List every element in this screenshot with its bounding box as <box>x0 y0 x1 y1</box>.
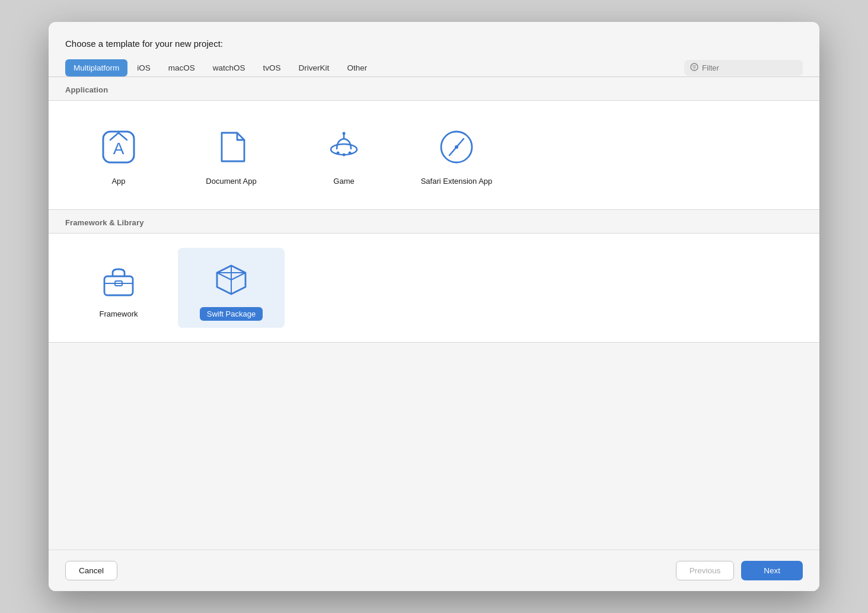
new-project-dialog: Choose a template for your new project: … <box>49 22 819 591</box>
tab-macos[interactable]: macOS <box>160 59 203 76</box>
svg-point-15 <box>455 145 458 149</box>
tab-other[interactable]: Other <box>339 59 375 76</box>
svg-point-9 <box>349 152 352 155</box>
framework-grid: Framework <box>49 234 819 343</box>
template-item-game[interactable]: Game <box>291 115 397 195</box>
document-app-icon <box>210 126 253 168</box>
template-name-safari-extension: Safari Extension App <box>421 177 493 187</box>
swift-package-icon <box>210 258 253 301</box>
template-name-document-app: Document App <box>206 177 256 187</box>
tab-watchos[interactable]: watchOS <box>205 59 254 76</box>
tab-driverkit[interactable]: DriverKit <box>291 59 338 76</box>
template-name-framework: Framework <box>99 309 138 320</box>
section-header-application: Application <box>49 77 819 101</box>
section-header-framework: Framework & Library <box>49 210 819 234</box>
template-name-swift-package: Swift Package <box>200 309 263 320</box>
app-icon: A <box>97 126 140 168</box>
filter-input[interactable] <box>702 63 785 72</box>
content-area: Application A App <box>49 77 819 550</box>
svg-point-7 <box>337 152 340 155</box>
filter-icon <box>690 63 698 73</box>
tab-ios[interactable]: iOS <box>129 59 159 76</box>
svg-text:A: A <box>113 139 125 158</box>
cancel-button[interactable]: Cancel <box>65 561 117 580</box>
footer: Cancel Previous Next <box>49 550 819 591</box>
tab-tvos[interactable]: tvOS <box>255 59 289 76</box>
filter-box <box>684 60 803 76</box>
tab-items: Multiplatform iOS macOS watchOS tvOS Dri… <box>65 59 684 76</box>
tab-multiplatform[interactable]: Multiplatform <box>65 59 127 76</box>
framework-icon <box>97 258 140 301</box>
template-name-game: Game <box>333 177 354 187</box>
template-name-app: App <box>111 177 125 187</box>
safari-extension-icon <box>435 126 478 168</box>
game-icon <box>323 126 365 168</box>
svg-point-11 <box>343 132 346 135</box>
svg-point-6 <box>331 144 357 155</box>
application-grid: A App Document App <box>49 101 819 210</box>
next-button[interactable]: Next <box>741 561 803 580</box>
template-item-document-app[interactable]: Document App <box>178 115 285 195</box>
swift-package-badge: Swift Package <box>200 307 263 321</box>
template-item-safari-extension[interactable]: Safari Extension App <box>403 115 510 195</box>
tab-bar: Multiplatform iOS macOS watchOS tvOS Dri… <box>49 59 819 77</box>
template-item-framework[interactable]: Framework <box>65 248 172 328</box>
previous-button[interactable]: Previous <box>676 561 735 580</box>
footer-right: Previous Next <box>676 561 803 580</box>
template-item-swift-package[interactable]: Swift Package <box>178 248 285 328</box>
dialog-title: Choose a template for your new project: <box>49 39 819 59</box>
svg-point-8 <box>343 154 346 157</box>
template-item-app[interactable]: A App <box>65 115 172 195</box>
